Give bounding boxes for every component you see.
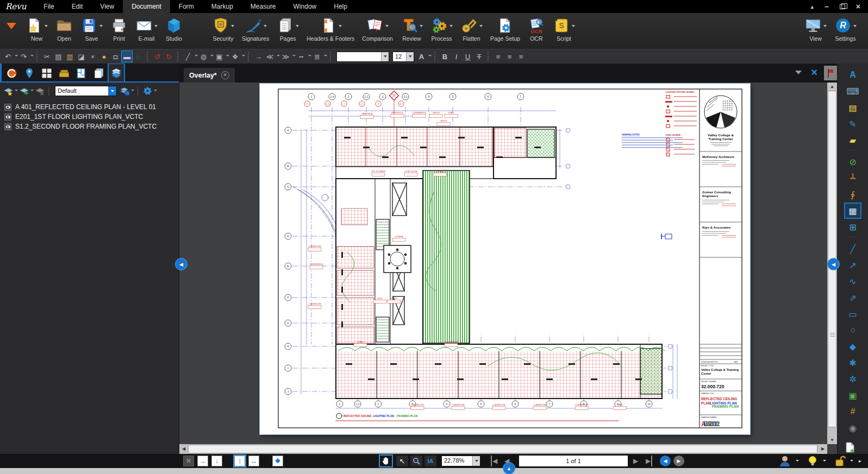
fill-color-icon[interactable]: ◍ [198, 51, 209, 62]
tab-overlay[interactable]: Overlay* ✕ [184, 68, 235, 83]
flatten-markup-icon[interactable]: ● [99, 51, 109, 62]
fit-page-button[interactable]: ❖ [272, 456, 283, 466]
caret-icon[interactable] [30, 55, 34, 58]
continuous-mode-button[interactable]: ↓ [211, 456, 222, 466]
caret-icon[interactable] [428, 55, 432, 58]
menu-window[interactable]: Window [285, 0, 326, 13]
pdf-page[interactable]: 111.41.4222.12.1333.13.1456711.123456789… [260, 84, 750, 434]
font-size-select[interactable]: 12 [392, 52, 414, 62]
caret-icon[interactable] [296, 25, 299, 29]
camera-tool-icon[interactable]: ◉ [845, 421, 860, 435]
caret-icon[interactable] [385, 25, 389, 29]
caret-icon[interactable] [292, 55, 296, 58]
layer-order-icon[interactable]: ▣ [214, 51, 224, 62]
caret-icon[interactable] [324, 55, 327, 58]
tips-button[interactable] [808, 456, 817, 469]
arrow-style-icon[interactable]: → [253, 51, 264, 62]
tab-list-caret-icon[interactable] [795, 71, 802, 78]
eraser-tool-icon[interactable]: ⊘ [845, 155, 860, 169]
left-panel-collapse-handle[interactable]: ◀ [175, 258, 188, 270]
align-center-icon[interactable]: ≡ [504, 51, 515, 62]
paste-icon[interactable]: ▥ [65, 51, 75, 62]
format-painter-icon[interactable]: ◪ [76, 51, 86, 62]
rectangle-tool-icon[interactable]: ▭ [845, 307, 860, 321]
caret-icon[interactable] [420, 25, 423, 29]
toolbar-flyout-icon[interactable] [7, 23, 16, 34]
visibility-eye-icon[interactable] [4, 113, 11, 121]
zoom-level-caret[interactable] [472, 456, 480, 466]
undo-icon[interactable]: ↶ [3, 51, 13, 62]
next-view-button[interactable]: ▶ [673, 456, 684, 466]
page-setup-button[interactable]: Page Setup [486, 15, 524, 42]
caret-icon[interactable] [850, 460, 853, 463]
italic-icon[interactable]: I [451, 51, 461, 62]
flatten-button[interactable]: Flatten [457, 15, 486, 42]
highlighter-tool-icon[interactable]: ▰ [845, 133, 860, 147]
delete-layer-button[interactable] [35, 86, 45, 96]
tab-bookmarks[interactable] [21, 65, 38, 81]
close-document-icon[interactable]: ✕ [811, 67, 818, 78]
headers-footers-button[interactable]: Headers & Footers [303, 15, 358, 42]
menu-form[interactable]: Form [170, 0, 203, 13]
cloud-plus-tool-icon[interactable]: ✲ [845, 372, 860, 386]
crop-tool-icon[interactable]: # [845, 405, 860, 419]
right-panel-collapse-handle[interactable]: ◀ [827, 258, 840, 270]
caret-icon[interactable] [572, 25, 575, 29]
ellipse-tool-icon[interactable]: ○ [845, 323, 860, 337]
caret-icon[interactable] [823, 25, 827, 29]
next-page-button[interactable]: ▶ [633, 456, 638, 466]
font-select-caret[interactable] [381, 52, 389, 61]
caret-icon[interactable] [30, 90, 34, 93]
strikethrough-icon[interactable]: T [474, 51, 484, 62]
menu-markup[interactable]: Markup [203, 0, 242, 13]
layer-row[interactable]: A 401_REFLECTED CEILING PLAN - LEVEL 01 [4, 102, 179, 112]
zoom-tool-button[interactable] [410, 456, 422, 466]
studio-button[interactable]: Studio [161, 15, 186, 42]
hatch-pattern-icon[interactable]: ❖ [230, 51, 240, 62]
caret-icon[interactable] [154, 90, 157, 93]
caret-icon[interactable] [231, 25, 234, 29]
first-page-button[interactable]: ◀ [491, 456, 497, 466]
new-button[interactable]: New [22, 15, 52, 42]
layer-row[interactable]: S1.2_SECOND FLOOR FRAMING PLAN_VCTC [4, 122, 179, 131]
fit-height-button[interactable]: ↕ [234, 456, 245, 466]
caret-icon[interactable] [796, 460, 799, 463]
tab-thumbnails[interactable] [38, 65, 55, 81]
caret-icon[interactable] [308, 55, 311, 58]
import-layers-button[interactable] [120, 86, 134, 96]
menu-help[interactable]: Help [325, 0, 356, 13]
line-tool-icon[interactable]: ╱ [845, 242, 860, 256]
font-select[interactable] [336, 52, 389, 62]
layer-settings-button[interactable] [142, 86, 157, 96]
caret-icon[interactable] [264, 25, 267, 29]
profile-button[interactable] [778, 456, 791, 469]
email-button[interactable]: E-mail [132, 15, 161, 42]
bold-icon[interactable]: B [440, 51, 450, 62]
caret-icon[interactable] [339, 25, 342, 29]
menu-measure[interactable]: Measure [242, 0, 285, 13]
pan-tool-button[interactable] [380, 456, 392, 466]
attachment-tool-icon[interactable]: ∮ [845, 187, 860, 201]
settings-button[interactable]: R Settings [830, 15, 860, 42]
document-canvas[interactable]: 111.41.4222.12.1333.13.1456711.123456789… [179, 83, 827, 444]
caret-icon[interactable] [449, 25, 453, 29]
caret-icon[interactable] [277, 55, 280, 58]
layer-profile-caret[interactable] [108, 86, 116, 96]
dash-style-icon[interactable]: ╍ [296, 51, 307, 62]
fit-width-button[interactable]: ↔ [248, 456, 259, 466]
line-style-icon[interactable]: ╱ [183, 51, 193, 62]
review-button[interactable]: Review [397, 15, 427, 42]
scroll-up-icon[interactable]: ▲ [827, 83, 837, 91]
polygon-tool-icon[interactable]: ◆ [845, 339, 860, 353]
bottom-panel-expand-handle[interactable]: ▲ [503, 462, 515, 474]
cloud-tool-icon[interactable]: ✱ [845, 356, 860, 370]
align-left-icon[interactable]: ≡ [493, 51, 503, 62]
note-tool-icon[interactable]: ▤ [845, 100, 860, 115]
layer-row[interactable]: E201_1ST FLOOR LIGHTING PLAN_VCTC [4, 112, 179, 122]
new-layer-button[interactable] [3, 86, 18, 96]
caret-icon[interactable] [479, 25, 483, 29]
tab-tool-chest[interactable] [55, 65, 73, 81]
process-button[interactable]: Process [427, 15, 457, 42]
caret-icon[interactable] [853, 25, 857, 29]
eraser-icon[interactable]: ▬ [122, 51, 132, 62]
